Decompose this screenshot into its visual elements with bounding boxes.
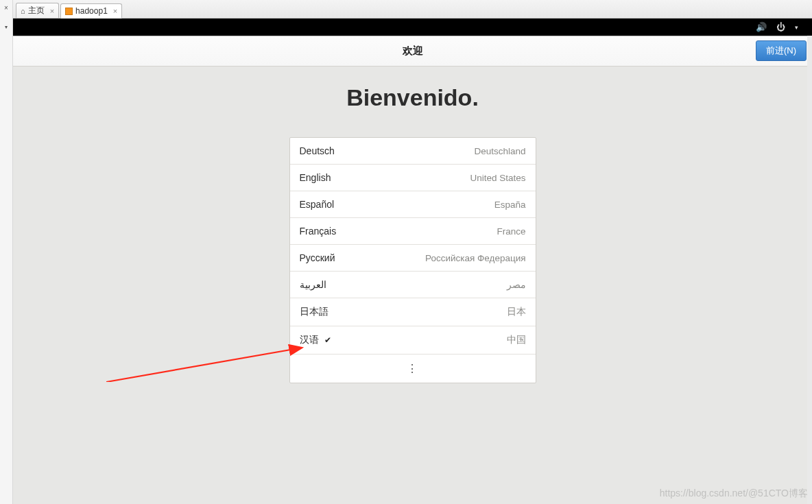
check-icon: ✔ — [324, 335, 331, 345]
language-region: España — [494, 200, 526, 210]
tabs-bar: ⌂ 主页 × hadoop1 × — [13, 0, 812, 19]
more-languages-button[interactable]: ⋮ — [290, 355, 536, 383]
language-row-arabic[interactable]: العربية مصر — [290, 272, 536, 298]
tab-home-label: 主页 — [28, 5, 45, 16]
language-region: 中国 — [507, 334, 526, 346]
language-name: Français — [300, 226, 337, 237]
language-name: Русский — [300, 252, 335, 263]
outer-sidebar: × ▾ — [0, 0, 13, 504]
volume-icon[interactable]: 🔊 — [756, 22, 767, 32]
close-icon[interactable]: × — [50, 7, 54, 15]
page-title: 欢迎 — [403, 45, 423, 58]
scrollbar-vertical[interactable] — [807, 36, 812, 504]
language-name: English — [300, 172, 331, 183]
language-list: Deutsch Deutschland English United State… — [289, 137, 536, 383]
header-bar: 欢迎 前进(N) — [13, 36, 812, 67]
language-name: 汉语 — [300, 334, 319, 346]
language-name: Deutsch — [300, 145, 335, 156]
language-region: Российская Федерация — [425, 253, 525, 263]
language-row-japanese[interactable]: 日本語 日本 — [290, 298, 536, 326]
gnome-top-bar: 🔊 ⏻ ▾ — [13, 19, 812, 36]
language-name: Español — [300, 199, 335, 210]
language-region: France — [497, 226, 525, 237]
language-name: العربية — [300, 279, 326, 290]
language-row-francais[interactable]: Français France — [290, 218, 536, 245]
outer-dropdown-button[interactable]: ▾ — [5, 24, 8, 30]
content-area: Bienvenido. Deutsch Deutschland English … — [13, 67, 812, 504]
home-icon: ⌂ — [21, 7, 25, 15]
more-icon: ⋮ — [407, 362, 419, 375]
language-row-english[interactable]: English United States — [290, 165, 536, 191]
power-icon[interactable]: ⏻ — [776, 22, 785, 32]
setup-window: 欢迎 前进(N) Bienvenido. Deutsch Deutschland… — [13, 36, 812, 504]
chevron-down-icon[interactable]: ▾ — [795, 24, 798, 31]
language-region: 日本 — [507, 306, 526, 318]
welcome-heading: Bienvenido. — [346, 84, 479, 111]
language-region: Deutschland — [474, 146, 525, 156]
language-row-deutsch[interactable]: Deutsch Deutschland — [290, 138, 536, 165]
forward-button[interactable]: 前进(N) — [756, 40, 807, 61]
language-row-russian[interactable]: Русский Российская Федерация — [290, 245, 536, 272]
language-row-chinese[interactable]: 汉语 ✔ 中国 — [290, 326, 536, 355]
tab-vm-label: hadoop1 — [75, 6, 108, 16]
language-row-espanol[interactable]: Español España — [290, 191, 536, 218]
close-outer-button[interactable]: × — [4, 0, 8, 12]
close-icon[interactable]: × — [113, 7, 117, 15]
tab-home[interactable]: ⌂ 主页 × — [16, 3, 59, 18]
language-region: United States — [470, 173, 525, 183]
tab-hadoop1[interactable]: hadoop1 × — [60, 3, 122, 19]
language-name: 日本語 — [300, 306, 329, 318]
language-region: مصر — [507, 279, 526, 290]
vm-icon — [65, 8, 73, 15]
